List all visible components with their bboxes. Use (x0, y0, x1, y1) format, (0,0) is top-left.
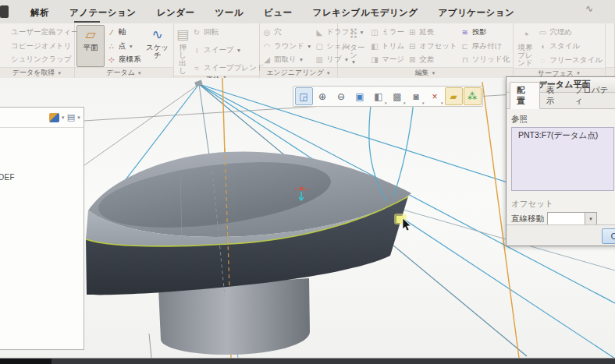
ribbon-group-surfaces: ◔境界ブレンド▭穴埋め◖スタイル◌フリースタイルサーフェス▼ (514, 23, 606, 78)
ribbon-item-revolve[interactable]: ↻回転 (191, 26, 265, 39)
shell-icon: ▢ (315, 42, 324, 51)
ribbon-group-datum: ▱平面∕軸∴点▼⊹座標系∿スケッチデータム▼ (75, 23, 174, 78)
ribbon: ユーザー定義フィーチャーコピージオメトリシュリンクラップデータを取得▼▱平面∕軸… (0, 23, 615, 78)
datum-display-icon: × (432, 92, 437, 101)
ribbon-item-label: 回転 (204, 27, 219, 37)
spin-center-button[interactable]: ⁂ (464, 87, 482, 105)
ribbon-group-footer-label: エンジニアリング (266, 68, 324, 78)
datum-display-button[interactable]: ×▾ (426, 87, 444, 105)
ribbon-button-sketch[interactable]: ∿スケッチ (144, 25, 172, 67)
ribbon-item-round[interactable]: ◠ラウンド▼ (261, 40, 312, 53)
graphics-toolbar: ◲⊕⊖▣◧▾▩▾◙▾×▾▰⁂ (293, 86, 483, 107)
chevron-down-icon: ▼ (576, 71, 581, 76)
tab-ビュー[interactable]: ビュー (254, 3, 303, 23)
display-style-button[interactable]: ◧▾ (370, 87, 388, 105)
chevron-down-icon[interactable]: ▼ (76, 115, 81, 120)
ribbon-item-axis[interactable]: ∕軸 (106, 26, 142, 39)
ribbon-item-trim[interactable]: ◧トリム (369, 40, 405, 53)
ribbon-group-cells: ◎穴◠ラウンド▼◢面取り▼◣ドラフト▼▢シェル▥リブ▼ (260, 23, 337, 67)
saved-views-button[interactable]: ◙▾ (407, 87, 425, 105)
intersect-icon: ⊠ (407, 55, 417, 64)
zoom-region-button[interactable]: ◲ (295, 87, 313, 105)
reference-item[interactable]: PNT3:F7(データム点) (518, 130, 613, 141)
ribbon-group-footer-datum[interactable]: データム▼ (75, 67, 173, 78)
dropdown-arrow-icon: ▼ (351, 59, 356, 65)
ribbon-group-cells: ◔境界ブレンド▭穴埋め◖スタイル◌フリースタイル (514, 23, 605, 68)
ribbon-item-chamfer[interactable]: ◢面取り▼ (261, 53, 312, 66)
chamfer-icon: ◢ (262, 55, 272, 64)
ribbon-button-plane[interactable]: ▱平面 (76, 25, 105, 67)
ribbon-item-thicken[interactable]: ⊏厚み付け (460, 40, 510, 53)
chevron-down-icon[interactable]: ▼ (61, 115, 66, 120)
ribbon-column: ▭穴埋め◖スタイル◌フリースタイル (537, 25, 603, 68)
ribbon-item-fill[interactable]: ▭穴埋め (537, 26, 603, 39)
ribbon-column: ∕軸∴点▼⊹座標系 (106, 25, 142, 67)
translation-value[interactable] (548, 213, 585, 224)
references-listbox[interactable]: PNT3:F7(データム点) (511, 127, 614, 191)
pattern-icon: ⠿ (349, 28, 358, 42)
ribbon-item-point[interactable]: ∴点▼ (106, 40, 142, 53)
revolve-icon: ↻ (192, 28, 201, 37)
tab-フレキシブルモデリング[interactable]: フレキシブルモデリング (303, 3, 428, 23)
mouse-cursor (403, 218, 411, 231)
dialog-tab-表示[interactable]: 表示 (540, 83, 569, 108)
view-manager-button[interactable]: ▩▾ (389, 87, 407, 105)
ribbon-item-solidify[interactable]: ⊓ソリッド化 (460, 53, 510, 66)
ribbon-button-boundary-blend[interactable]: ◔境界ブレンド (515, 25, 535, 68)
dialog-tab-配置[interactable]: 配置 (510, 82, 540, 109)
ribbon-column: ↻回転≀スイープ▼≈スイープブレンド (191, 25, 265, 76)
bottom-bar-segment (0, 359, 52, 364)
tab-アノテーション[interactable]: アノテーション (59, 3, 147, 23)
tab-アプリケーション[interactable]: アプリケーション (428, 3, 525, 23)
ribbon-button-extrude[interactable]: ▤押し出し (176, 25, 190, 76)
ribbon-button-pattern[interactable]: ⠿パターン▼ (339, 25, 368, 67)
ribbon-group-footer-label: 編集 (415, 68, 429, 78)
annotation-display-button[interactable]: ▰ (445, 87, 463, 105)
model-body[interactable] (86, 151, 411, 355)
ribbon-item-project[interactable]: ≋投影 (460, 26, 510, 39)
zoom-out-icon: ⊖ (337, 92, 345, 101)
combo-arrow-icon[interactable]: ▼ (585, 213, 596, 224)
ribbon-item-freestyle[interactable]: ◌フリースタイル (537, 54, 603, 67)
ribbon-item-mirror[interactable]: ◫ミラー (369, 26, 405, 39)
trim-icon: ◧ (370, 42, 379, 51)
model-tree-panel: ▼ ▤ ▼ DEF (0, 107, 84, 350)
ribbon-column: ≋投影⊏厚み付け⊓ソリッド化 (460, 25, 510, 67)
dropdown-arrow-icon: ▾ (403, 101, 406, 105)
ribbon-item-style[interactable]: ◖スタイル (537, 40, 603, 53)
ribbon-item-label: ミラー (382, 27, 404, 37)
ribbon-item-offset[interactable]: ⊟オフセット (407, 40, 458, 53)
ribbon-group-cells: ▱平面∕軸∴点▼⊹座標系∿スケッチ (75, 23, 173, 67)
ribbon-item-intersect[interactable]: ⊠交差 (407, 53, 458, 66)
tree-settings-icon[interactable] (49, 113, 59, 122)
ribbon-item-swept-blend[interactable]: ≈スイープブレンド (191, 62, 265, 75)
ribbon-button-label: 押し出し (176, 44, 189, 75)
ribbon-item-sweep[interactable]: ≀スイープ▼ (191, 44, 265, 57)
tab-解析[interactable]: 解析 (20, 3, 59, 23)
dialog-body: 参照 PNT3:F7(データム点) オフセット 直線移動 ▼ (507, 109, 615, 225)
ribbon-item-label: 軸 (119, 27, 126, 37)
tree-list-icon[interactable]: ▤ (67, 112, 75, 122)
zoom-in-button[interactable]: ⊕ (314, 87, 332, 105)
tab-ツール[interactable]: ツール (204, 3, 254, 23)
tree-item-label[interactable]: DEF (0, 173, 15, 182)
ribbon-button-label: 平面 (84, 44, 98, 51)
ribbon-item-extend[interactable]: ⊞延長 (407, 26, 458, 39)
refit-button[interactable]: ▣ (351, 87, 369, 105)
ribbon-group-footer-engineering[interactable]: エンジニアリング▼ (260, 67, 337, 78)
ribbon-group-footer-editing[interactable]: 編集▼ (338, 67, 513, 78)
tab-レンダー[interactable]: レンダー (147, 3, 205, 23)
ribbon-item-csys[interactable]: ⊹座標系 (106, 53, 142, 66)
ribbon-item-merge[interactable]: ◨マージ (369, 53, 405, 66)
ok-button[interactable]: OK (602, 228, 615, 244)
ribbon-button-label: パターン (340, 44, 367, 59)
ribbon-item-label: 面取り (274, 55, 297, 65)
ribbon-group-cells: ⠿パターン▼◫ミラー◧トリム◨マージ⊞延長⊟オフセット⊠交差≋投影⊏厚み付け⊓ソ… (338, 23, 513, 67)
ribbon-item-hole[interactable]: ◎穴 (261, 26, 312, 39)
ribbon-item-label: 投影 (472, 27, 487, 37)
model-tree-body[interactable]: DEF (0, 128, 84, 348)
zoom-out-button[interactable]: ⊖ (332, 87, 350, 105)
ribbon-group-footer-get-data[interactable]: データを取得▼ (0, 67, 74, 78)
translation-combobox[interactable]: ▼ (547, 212, 597, 225)
dialog-tab-プロパティ[interactable]: プロパティ (568, 83, 615, 108)
